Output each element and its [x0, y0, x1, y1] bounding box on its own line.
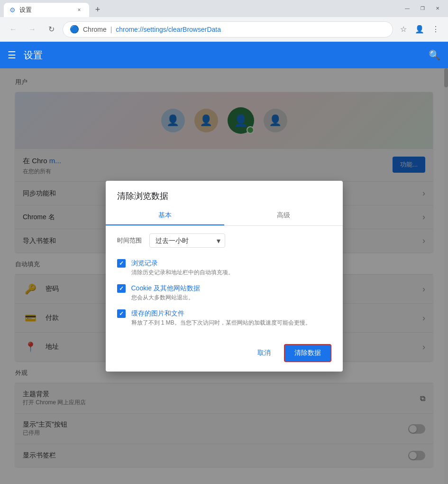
- back-button[interactable]: ←: [6, 22, 21, 37]
- tab-close-button[interactable]: ×: [75, 6, 83, 14]
- checkbox-cookies-labels: Cookie 及其他网站数据 您会从大多数网站退出。: [131, 284, 331, 302]
- forward-button[interactable]: →: [25, 22, 40, 37]
- site-icon: 🔵: [70, 25, 79, 34]
- dialog-tabs: 基本 高级: [106, 205, 343, 226]
- checkbox-cache-labels: 缓存的图片和文件 释放了不到 1 MB。当您下次访问时，某些网站的加载速度可能会…: [131, 309, 331, 327]
- refresh-button[interactable]: ↻: [44, 22, 59, 37]
- checkbox-cookies: Cookie 及其他网站数据 您会从大多数网站退出。: [117, 280, 331, 306]
- tab-basic[interactable]: 基本: [106, 205, 224, 225]
- cancel-button[interactable]: 取消: [250, 344, 278, 362]
- dialog-body: 时间范围 过去一小时 过去24小时 过去7天 过去4周 全部时间: [106, 226, 343, 338]
- checkbox-cookies-input[interactable]: [117, 284, 126, 293]
- minimize-button[interactable]: —: [401, 4, 414, 12]
- settings-page-title: 设置: [24, 49, 43, 62]
- history-desc: 清除历史记录和地址栏中的自动填充项。: [131, 269, 234, 276]
- new-tab-button[interactable]: +: [91, 3, 104, 16]
- account-button[interactable]: 👤: [413, 23, 426, 36]
- window-controls: — ❒ ✕: [401, 4, 444, 12]
- address-input[interactable]: 🔵 Chrome | chrome://settings/clearBrowse…: [63, 21, 393, 37]
- settings-content: 用户 👤 👤 👤 👤: [0, 68, 448, 484]
- active-tab[interactable]: ⚙ 设置 ×: [4, 3, 89, 17]
- bookmark-button[interactable]: ☆: [397, 23, 410, 36]
- tab-advanced[interactable]: 高级: [224, 205, 343, 225]
- checkbox-cache: 缓存的图片和文件 释放了不到 1 MB。当您下次访问时，某些网站的加载速度可能会…: [117, 306, 331, 331]
- history-label[interactable]: 浏览记录: [131, 259, 331, 268]
- settings-header: ☰ 设置 🔍: [0, 42, 448, 68]
- modal-overlay: 清除浏览数据 基本 高级 时间范围 过去一小时 过去24小时: [0, 68, 448, 484]
- clear-data-button[interactable]: 清除数据: [284, 344, 331, 362]
- clear-data-dialog: 清除浏览数据 基本 高级 时间范围 过去一小时 过去24小时: [106, 181, 343, 371]
- time-range-row: 时间范围 过去一小时 过去24小时 过去7天 过去4周 全部时间: [117, 233, 331, 248]
- time-range-select[interactable]: 过去一小时 过去24小时 过去7天 过去4周 全部时间: [149, 233, 225, 248]
- checkbox-cache-input[interactable]: [117, 309, 126, 318]
- search-button[interactable]: 🔍: [429, 49, 440, 61]
- cache-desc: 释放了不到 1 MB。当您下次访问时，某些网站的加载速度可能会更慢。: [131, 319, 311, 326]
- dialog-title: 清除浏览数据: [106, 181, 343, 202]
- address-right-icons: ☆ 👤 ⋮: [397, 23, 442, 36]
- tab-settings-icon: ⚙: [9, 6, 16, 14]
- menu-button[interactable]: ⋮: [429, 23, 442, 36]
- cookies-desc: 您会从大多数网站退出。: [131, 294, 194, 301]
- title-bar: ⚙ 设置 × + — ❒ ✕: [0, 0, 448, 17]
- checkbox-history-input[interactable]: [117, 259, 126, 268]
- time-range-label: 时间范围: [117, 236, 142, 245]
- checkbox-history-labels: 浏览记录 清除历史记录和地址栏中的自动填充项。: [131, 259, 331, 277]
- address-bar: ← → ↻ 🔵 Chrome | chrome://settings/clear…: [0, 17, 448, 42]
- checkbox-history: 浏览记录 清除历史记录和地址栏中的自动填充项。: [117, 255, 331, 280]
- tab-title: 设置: [19, 6, 32, 14]
- cache-label[interactable]: 缓存的图片和文件: [131, 309, 331, 318]
- address-text: Chrome | chrome://settings/clearBrowserD…: [83, 26, 386, 33]
- restore-button[interactable]: ❒: [416, 4, 429, 12]
- cookies-label[interactable]: Cookie 及其他网站数据: [131, 284, 331, 293]
- dialog-actions: 取消 清除数据: [106, 338, 343, 372]
- close-button[interactable]: ✕: [431, 4, 444, 12]
- time-range-select-wrapper: 过去一小时 过去24小时 过去7天 过去4周 全部时间: [149, 233, 225, 248]
- hamburger-icon[interactable]: ☰: [8, 49, 16, 61]
